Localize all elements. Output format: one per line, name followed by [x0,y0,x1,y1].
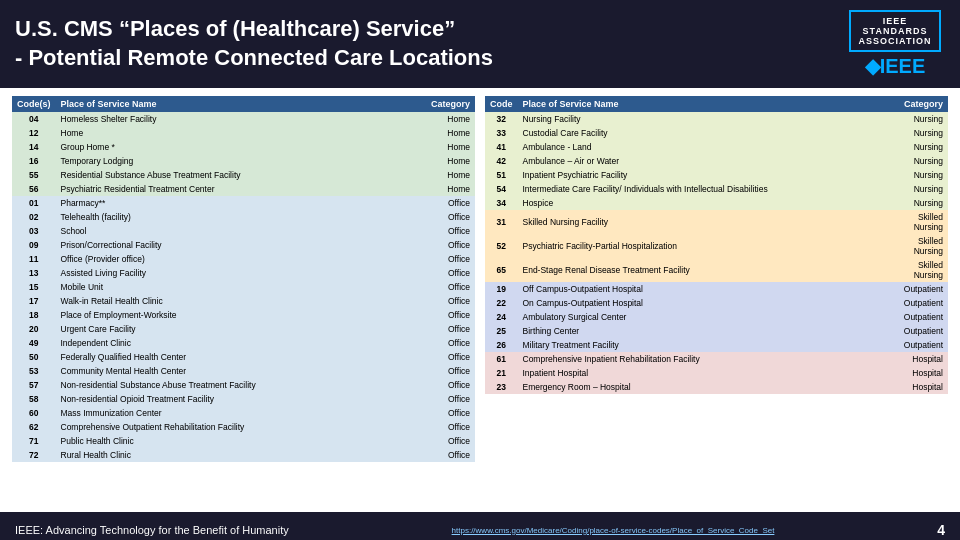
cell-name: Assisted Living Facility [56,266,426,280]
cell-category: Outpatient [899,296,948,310]
cell-name: Birthing Center [518,324,899,338]
table-row: 42Ambulance – Air or WaterNursing [485,154,948,168]
left-table-section: Code(s) Place of Service Name Category 0… [12,96,475,504]
cell-category: Outpatient [899,310,948,324]
right-table: Code Place of Service Name Category 32Nu… [485,96,948,394]
cell-name: Emergency Room – Hospital [518,380,899,394]
cell-name: Mass Immunization Center [56,406,426,420]
cell-code: 09 [12,238,56,252]
cell-name: Intermediate Care Facility/ Individuals … [518,182,899,196]
left-col-code: Code(s) [12,96,56,112]
cell-category: Office [426,196,475,210]
cell-name: Temporary Lodging [56,154,426,168]
cell-name: Skilled Nursing Facility [518,210,899,234]
cell-name: Hospice [518,196,899,210]
cell-category: Hospital [899,366,948,380]
cell-code: 31 [485,210,518,234]
cell-code: 26 [485,338,518,352]
cell-category: Hospital [899,352,948,366]
table-row: 72Rural Health ClinicOffice [12,448,475,462]
cell-code: 20 [12,322,56,336]
cell-code: 12 [12,126,56,140]
cell-name: Comprehensive Inpatient Rehabilitation F… [518,352,899,366]
cell-category: Office [426,224,475,238]
cell-category: Office [426,252,475,266]
cell-category: Office [426,294,475,308]
cell-name: Place of Employment-Worksite [56,308,426,322]
cell-name: Non-residential Opioid Treatment Facilit… [56,392,426,406]
cell-name: Independent Clinic [56,336,426,350]
cell-category: Skilled Nursing [899,234,948,258]
title-line2: - Potential Remote Connected Care Locati… [15,44,845,73]
cell-code: 55 [12,168,56,182]
cell-code: 02 [12,210,56,224]
table-row: 20Urgent Care FacilityOffice [12,322,475,336]
table-row: 25Birthing CenterOutpatient [485,324,948,338]
cell-code: 41 [485,140,518,154]
cell-code: 52 [485,234,518,258]
cell-code: 34 [485,196,518,210]
cell-category: Office [426,266,475,280]
right-col-category: Category [899,96,948,112]
cell-code: 21 [485,366,518,380]
cell-code: 72 [12,448,56,462]
cell-code: 42 [485,154,518,168]
cell-name: Non-residential Substance Abuse Treatmen… [56,378,426,392]
right-col-code: Code [485,96,518,112]
cell-name: Residential Substance Abuse Treatment Fa… [56,168,426,182]
ieee-logo-box: IEEE STANDARDS ASSOCIATION [849,10,942,52]
table-row: 52Psychiatric Facility-Partial Hospitali… [485,234,948,258]
ieee-symbol: ◆IEEE [865,54,926,78]
table-row: 58Non-residential Opioid Treatment Facil… [12,392,475,406]
left-table: Code(s) Place of Service Name Category 0… [12,96,475,462]
cell-code: 54 [485,182,518,196]
ieee-line3: ASSOCIATION [859,36,932,46]
cell-category: Home [426,168,475,182]
cell-name: Federally Qualified Health Center [56,350,426,364]
cell-category: Office [426,322,475,336]
cell-code: 23 [485,380,518,394]
ieee-line2: STANDARDS [863,26,928,36]
cell-code: 61 [485,352,518,366]
cell-category: Skilled Nursing [899,210,948,234]
table-row: 21Inpatient HospitalHospital [485,366,948,380]
cell-category: Nursing [899,168,948,182]
table-row: 62Comprehensive Outpatient Rehabilitatio… [12,420,475,434]
cell-name: Mobile Unit [56,280,426,294]
right-col-name: Place of Service Name [518,96,899,112]
table-row: 24Ambulatory Surgical CenterOutpatient [485,310,948,324]
cell-code: 32 [485,112,518,126]
header-title: U.S. CMS “Places of (Healthcare) Service… [15,15,845,72]
cell-name: Prison/Correctional Facility [56,238,426,252]
cell-code: 14 [12,140,56,154]
cell-code: 56 [12,182,56,196]
cell-code: 18 [12,308,56,322]
cell-category: Nursing [899,140,948,154]
cell-code: 16 [12,154,56,168]
footer-page: 4 [937,522,945,538]
cell-name: Rural Health Clinic [56,448,426,462]
table-row: 51Inpatient Psychiatric FacilityNursing [485,168,948,182]
cell-code: 53 [12,364,56,378]
cell-name: On Campus-Outpatient Hospital [518,296,899,310]
table-row: 26Military Treatment FacilityOutpatient [485,338,948,352]
table-row: 11Office (Provider office)Office [12,252,475,266]
table-row: 55Residential Substance Abuse Treatment … [12,168,475,182]
table-row: 57Non-residential Substance Abuse Treatm… [12,378,475,392]
table-row: 31Skilled Nursing FacilitySkilled Nursin… [485,210,948,234]
cell-code: 65 [485,258,518,282]
footer-link[interactable]: https://www.cms.gov/Medicare/Coding/plac… [452,526,775,535]
cell-name: Group Home * [56,140,426,154]
cell-code: 04 [12,112,56,126]
cell-name: Inpatient Hospital [518,366,899,380]
cell-category: Hospital [899,380,948,394]
cell-name: Community Mental Health Center [56,364,426,378]
cell-code: 24 [485,310,518,324]
right-table-body: 32Nursing FacilityNursing33Custodial Car… [485,112,948,394]
cell-category: Skilled Nursing [899,258,948,282]
cell-code: 58 [12,392,56,406]
table-row: 03SchoolOffice [12,224,475,238]
cell-category: Outpatient [899,282,948,296]
left-table-header: Code(s) Place of Service Name Category [12,96,475,112]
cell-category: Office [426,434,475,448]
